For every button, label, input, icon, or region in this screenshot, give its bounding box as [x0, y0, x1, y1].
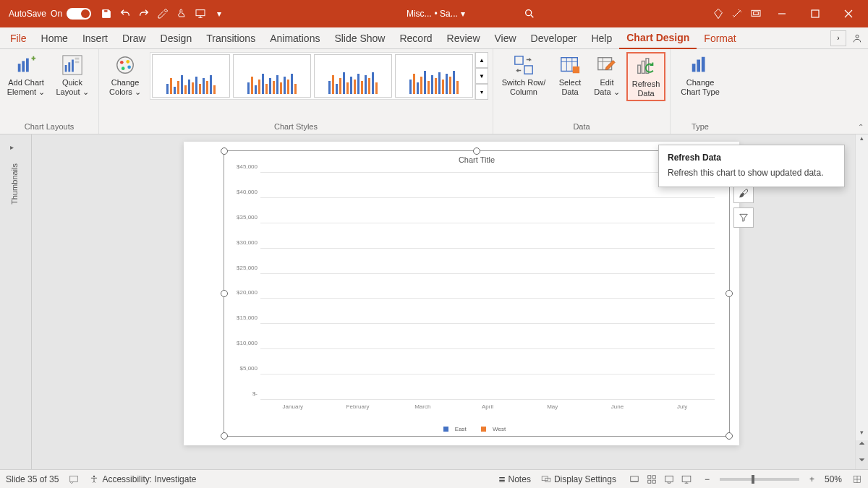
reading-view-button[interactable]	[661, 472, 677, 487]
fit-to-window-button[interactable]	[852, 474, 862, 484]
style-thumb-2[interactable]	[233, 54, 311, 98]
next-slide-button[interactable]: 🞃	[855, 455, 868, 469]
style-thumb-1[interactable]	[152, 54, 230, 98]
svg-point-1	[526, 10, 532, 16]
slideshow-view-button[interactable]	[678, 472, 694, 487]
presentation-mode-icon[interactable]	[746, 4, 765, 23]
slide-indicator[interactable]: Slide 35 of 35	[6, 474, 59, 484]
tab-design[interactable]: Design	[153, 27, 200, 49]
svg-rect-26	[642, 61, 644, 74]
tab-review[interactable]: Review	[440, 27, 488, 49]
autosave-toggle[interactable]: AutoSave On	[3, 8, 97, 20]
undo-icon[interactable]	[116, 4, 135, 23]
style-thumb-4[interactable]	[395, 54, 473, 98]
select-data-button[interactable]: Select Data	[553, 52, 587, 98]
scroll-up[interactable]: ▴	[856, 134, 868, 146]
tab-home[interactable]: Home	[34, 27, 75, 49]
tab-view[interactable]: View	[488, 27, 524, 49]
display-settings-button[interactable]: Display Settings	[541, 474, 616, 484]
tab-slideshow[interactable]: Slide Show	[327, 27, 392, 49]
chart-object[interactable]: Chart Title $-$5,000$10,000$15,000$20,00…	[224, 150, 730, 437]
maximize-button[interactable]	[799, 0, 832, 27]
save-icon[interactable]	[97, 4, 116, 23]
redo-icon[interactable]	[135, 4, 153, 23]
eyedropper-icon[interactable]	[153, 4, 172, 23]
add-chart-element-icon	[14, 53, 38, 77]
chart-filters-button[interactable]	[733, 207, 754, 228]
svg-point-18	[127, 65, 131, 69]
chart-styles-gallery[interactable]	[150, 52, 475, 100]
notes-button[interactable]: ≣ Notes	[498, 474, 531, 484]
change-colors-button[interactable]: Change Colors ⌄	[103, 52, 147, 98]
svg-rect-3	[754, 12, 759, 14]
selection-handle[interactable]	[221, 147, 228, 155]
touch-icon[interactable]	[172, 4, 191, 23]
tab-record[interactable]: Record	[392, 27, 439, 49]
tab-chart-design[interactable]: Chart Design	[619, 27, 697, 49]
tab-help[interactable]: Help	[584, 27, 619, 49]
thumbnails-expand-icon[interactable]: ▸	[10, 143, 14, 151]
thumbnails-pane[interactable]: ▸ Thumbnails	[0, 134, 32, 469]
tab-animations[interactable]: Animations	[263, 27, 327, 49]
prev-slide-button[interactable]: 🞁	[855, 440, 868, 455]
share-button[interactable]	[849, 30, 865, 46]
tab-file[interactable]: File	[3, 27, 34, 49]
tab-transitions[interactable]: Transitions	[199, 27, 263, 49]
change-chart-type-button[interactable]: Change Chart Type	[675, 52, 726, 98]
add-chart-element-button[interactable]: Add Chart Element ⌄	[4, 52, 48, 98]
autosave-switch[interactable]	[67, 8, 91, 20]
slide[interactable]: Chart Title $-$5,000$10,000$15,000$20,00…	[184, 142, 739, 445]
y-axis-tick: $5,000	[227, 365, 258, 372]
ribbon-overflow-button[interactable]: ›	[830, 30, 846, 46]
selection-handle[interactable]	[726, 432, 733, 440]
selection-handle[interactable]	[221, 432, 228, 440]
tab-insert[interactable]: Insert	[75, 27, 115, 49]
quick-layout-button[interactable]: Quick Layout ⌄	[51, 52, 94, 98]
more-commands-icon[interactable]: ▾	[210, 4, 229, 23]
svg-rect-6	[18, 64, 21, 72]
svg-rect-39	[652, 480, 655, 483]
tab-draw[interactable]: Draw	[115, 27, 153, 49]
x-axis-tick: April	[482, 403, 493, 410]
zoom-level[interactable]: 50%	[825, 474, 842, 484]
group-chart-styles: Change Colors ⌄ ▲ ▼ ▾ Chart Styles	[99, 49, 493, 134]
present-icon[interactable]	[191, 4, 210, 23]
edit-data-button[interactable]: Edit Data ⌄	[590, 52, 624, 98]
svg-point-15	[117, 57, 134, 74]
chart-plot-area[interactable]: $-$5,000$10,000$15,000$20,000$25,000$30,…	[260, 173, 715, 400]
switch-row-column-button[interactable]: Switch Row/ Column	[498, 52, 550, 98]
diamond-icon[interactable]	[709, 4, 728, 23]
search-icon[interactable]	[522, 4, 537, 23]
svg-point-19	[122, 67, 125, 70]
slide-sorter-button[interactable]	[644, 472, 660, 487]
minimize-button[interactable]	[765, 0, 799, 27]
style-gallery-scroll[interactable]: ▲ ▼ ▾	[475, 52, 488, 100]
selection-handle[interactable]	[473, 147, 480, 155]
vertical-scrollbar[interactable]: ▴ ▾	[855, 134, 868, 440]
accessibility-button[interactable]: Accessibility: Investigate	[89, 474, 196, 484]
normal-view-button[interactable]	[626, 472, 642, 487]
gridline	[260, 298, 715, 299]
zoom-slider[interactable]	[720, 478, 799, 481]
collapse-ribbon-button[interactable]: ⌃	[858, 123, 864, 131]
magic-icon[interactable]	[728, 4, 746, 23]
tab-format[interactable]: Format	[697, 27, 743, 49]
svg-rect-4	[812, 10, 819, 17]
document-title[interactable]: Misc... • Sa... ▾	[401, 9, 471, 19]
style-thumb-3[interactable]	[314, 54, 392, 98]
close-button[interactable]	[832, 0, 865, 27]
zoom-out-button[interactable]: −	[705, 474, 710, 484]
selection-handle[interactable]	[726, 290, 733, 297]
chart-legend[interactable]: East West	[224, 426, 729, 433]
style-scroll-down[interactable]: ▼	[475, 68, 488, 84]
language-button[interactable]	[69, 474, 79, 484]
ribbon-tabs: File Home Insert Draw Design Transitions…	[0, 27, 868, 49]
zoom-in-button[interactable]: +	[809, 474, 814, 484]
tab-developer[interactable]: Developer	[524, 27, 584, 49]
refresh-data-button[interactable]: Refresh Data	[626, 52, 665, 101]
style-gallery-more[interactable]: ▾	[475, 84, 488, 100]
svg-rect-10	[65, 65, 67, 72]
y-axis-tick: $35,000	[227, 213, 258, 220]
style-scroll-up[interactable]: ▲	[475, 52, 488, 68]
scroll-down[interactable]: ▾	[856, 429, 868, 440]
